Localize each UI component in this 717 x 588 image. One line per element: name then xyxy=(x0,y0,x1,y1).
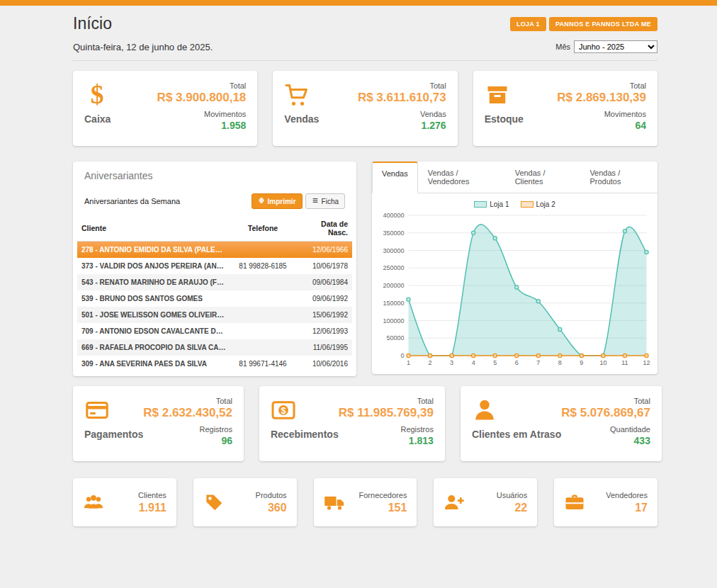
cell-telefone xyxy=(230,339,295,356)
cell-data-nasc: 09/06/1984 xyxy=(295,274,352,290)
counters-row: Clientes1.911Produtos360Fornecedores151U… xyxy=(73,478,657,526)
birthdays-card: Aniversariantes Aniversariantes da Seman… xyxy=(73,162,356,376)
svg-text:100000: 100000 xyxy=(383,317,404,324)
total-label: Total xyxy=(557,81,646,90)
svg-text:50000: 50000 xyxy=(386,334,404,341)
count-value: 1.958 xyxy=(157,120,247,131)
legend-item-loja-1[interactable]: Loja 1 xyxy=(474,200,509,208)
birthday-row[interactable]: 543 - RENATO MARINHO DE ARAUJO (F…09/06/… xyxy=(77,274,352,290)
chart-area: Loja 1Loja 2 050000100000150000200000250… xyxy=(372,193,657,373)
col-telefone: Telefone xyxy=(230,215,295,242)
counter-value: 360 xyxy=(225,502,287,514)
svg-text:6: 6 xyxy=(515,359,519,366)
tab-vendas-clientes[interactable]: Vendas / Clientes xyxy=(505,162,580,193)
print-button[interactable]: Imprimir xyxy=(252,193,303,209)
total-value: R$ 5.076.869,67 xyxy=(554,406,650,420)
cell-telefone: 81 99671-4146 xyxy=(230,356,295,372)
birthday-row[interactable]: 373 - VALDIR DOS ANJOS PEREIRA (AN…81 99… xyxy=(77,258,352,274)
birthday-row[interactable]: 309 - ANA SEVERINA PAES DA SILVA81 99671… xyxy=(77,356,352,372)
tab-vendas[interactable]: Vendas xyxy=(372,162,418,193)
svg-text:0: 0 xyxy=(400,352,404,359)
month-picker: Mês Junho - 2025 xyxy=(555,40,657,53)
cell-telefone xyxy=(230,290,295,307)
company-button[interactable]: PANNOS E PANNOS LTDA ME xyxy=(549,17,657,31)
birthday-row[interactable]: 709 - ANTONIO EDSON CAVALCANTE D…12/06/1… xyxy=(77,323,352,339)
cell-data-nasc: 15/06/1992 xyxy=(295,307,352,323)
count-value: 96 xyxy=(143,435,232,446)
total-label: Total xyxy=(358,81,446,90)
bottom-stats-row: Pagamentos Total R$ 2.632.430,52 Registr… xyxy=(73,386,657,461)
stat-card-title: Vendas xyxy=(284,113,358,125)
counter-value: 22 xyxy=(465,502,527,514)
user-plus-icon xyxy=(444,492,465,513)
tab-vendas-vendedores[interactable]: Vendas / Vendedores xyxy=(418,162,505,193)
count-label: Registros xyxy=(339,425,434,434)
counter-card-fornecedores: Fornecedores151 xyxy=(314,478,417,526)
cell-cliente: 543 - RENATO MARINHO DE ARAUJO (F… xyxy=(77,274,230,290)
briefcase-icon xyxy=(564,492,585,513)
stat-card-clientes-em-atraso: Clientes em Atraso Total R$ 5.076.869,67… xyxy=(461,386,662,461)
svg-text:3: 3 xyxy=(450,359,453,366)
cell-telefone: 81 99828-6185 xyxy=(230,258,295,274)
counter-card-vendedores: Vendedores17 xyxy=(554,478,657,526)
total-label: Total xyxy=(339,397,434,405)
stat-card-recebimentos: $ Recebimentos Total R$ 11.985.769,39 Re… xyxy=(259,386,445,461)
chart-legend: Loja 1Loja 2 xyxy=(376,200,654,208)
svg-text:350000: 350000 xyxy=(383,230,404,237)
svg-text:150000: 150000 xyxy=(383,300,404,307)
cell-telefone xyxy=(230,307,295,323)
count-label: Movimentos xyxy=(557,110,646,118)
cell-cliente: 278 - ANTONIO EMIDIO DA SILVA (PALE… xyxy=(77,242,230,259)
sales-chart: 0500001000001500002000002500003000003500… xyxy=(376,210,654,368)
cell-telefone xyxy=(230,242,295,259)
svg-text:200000: 200000 xyxy=(383,282,404,289)
birthday-row[interactable]: 501 - JOSE WELISSON GOMES OLIVEIR…15/06/… xyxy=(77,307,352,323)
store-button[interactable]: LOJA 1 xyxy=(510,17,546,31)
total-label: Total xyxy=(143,397,232,405)
svg-text:2: 2 xyxy=(429,359,432,366)
count-value: 1.276 xyxy=(358,120,446,131)
truck-icon xyxy=(324,492,345,513)
month-label: Mês xyxy=(555,43,570,51)
birthday-row[interactable]: 539 - BRUNO DOS SANTOS GOMES09/06/1992 xyxy=(77,290,352,307)
dollar-icon: $ xyxy=(84,80,157,110)
counter-card-clientes: Clientes1.911 xyxy=(73,478,176,526)
person-icon xyxy=(472,395,554,425)
cell-data-nasc: 12/06/1966 xyxy=(295,242,352,259)
stat-card-vendas: Vendas Total R$ 3.611.610,73 Vendas 1.27… xyxy=(273,71,457,146)
ficha-button[interactable]: Ficha xyxy=(305,193,345,209)
money-icon: $ xyxy=(271,395,339,425)
month-select[interactable]: Junho - 2025 xyxy=(574,40,657,53)
cell-cliente: 539 - BRUNO DOS SANTOS GOMES xyxy=(77,290,230,307)
count-value: 64 xyxy=(557,120,646,131)
cart-icon xyxy=(284,80,358,110)
birthday-row[interactable]: 669 - RAFAELA PROCOPIO DA SILVA CA…11/06… xyxy=(77,339,352,356)
cell-cliente: 709 - ANTONIO EDSON CAVALCANTE D… xyxy=(77,323,230,339)
cell-data-nasc: 11/06/1995 xyxy=(295,339,352,356)
legend-item-loja-2[interactable]: Loja 2 xyxy=(521,200,555,208)
counter-label: Produtos xyxy=(225,491,287,499)
top-stats-row: $ Caixa Total R$ 3.900.800,18 Movimentos… xyxy=(73,71,657,146)
cell-cliente: 373 - VALDIR DOS ANJOS PEREIRA (AN… xyxy=(77,258,230,274)
chart-tabs: VendasVendas / VendedoresVendas / Client… xyxy=(372,162,657,193)
stat-card-title: Estoque xyxy=(485,113,558,125)
stat-card-title: Clientes em Atraso xyxy=(472,429,554,440)
counter-label: Fornecedores xyxy=(345,491,407,499)
counter-card-usuarios: Usuários22 xyxy=(434,478,537,526)
counter-label: Clientes xyxy=(104,491,166,499)
svg-text:8: 8 xyxy=(558,359,562,366)
cell-data-nasc: 10/06/1978 xyxy=(295,258,352,274)
stat-card-pagamentos: Pagamentos Total R$ 2.632.430,52 Registr… xyxy=(73,386,244,461)
stat-card-title: Recebimentos xyxy=(271,429,339,440)
counter-value: 17 xyxy=(585,502,648,514)
total-label: Total xyxy=(157,81,247,90)
page-header: Início LOJA 1 PANNOS E PANNOS LTDA ME xyxy=(73,14,657,33)
svg-text:10: 10 xyxy=(599,359,606,366)
total-value: R$ 3.900.800,18 xyxy=(157,91,247,105)
cell-data-nasc: 09/06/1992 xyxy=(295,290,352,307)
birthdays-table: Cliente Telefone Data de Nasc. 278 - ANT… xyxy=(77,215,352,372)
main-content: Início LOJA 1 PANNOS E PANNOS LTDA ME Qu… xyxy=(73,14,657,526)
birthday-row[interactable]: 278 - ANTONIO EMIDIO DA SILVA (PALE…12/0… xyxy=(77,242,352,259)
total-value: R$ 3.611.610,73 xyxy=(358,91,446,105)
tab-vendas-produtos[interactable]: Vendas / Produtos xyxy=(580,162,657,193)
